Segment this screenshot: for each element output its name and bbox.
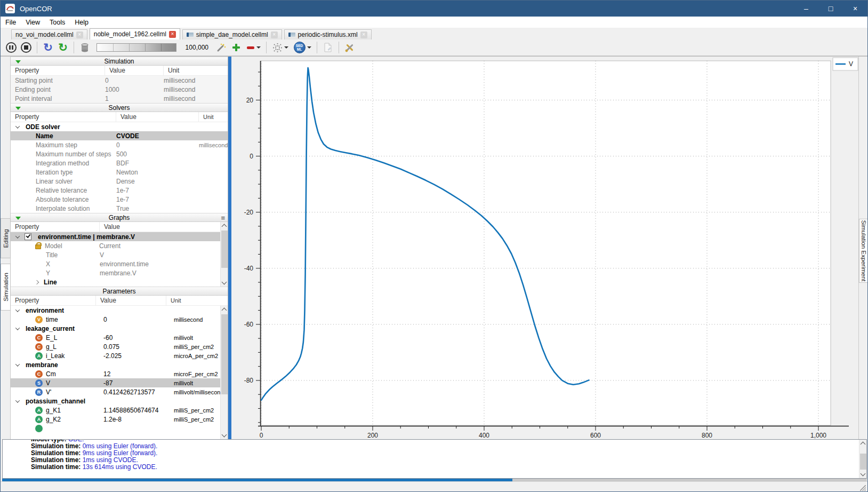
plot-svg[interactable]: 02004006008001,000-80-60-40-20020V [231, 57, 858, 440]
table-row[interactable]: Interpolate solutionTrue [11, 204, 228, 213]
mode-tab-simulation[interactable]: Simulation [1, 264, 11, 311]
table-row[interactable]: Maximum number of steps500 [11, 149, 228, 158]
column-headers: Property Value Unit [11, 66, 228, 76]
scroll-up-icon[interactable] [861, 442, 866, 447]
tab-close-icon[interactable]: × [169, 31, 176, 38]
scrollbar-thumb[interactable] [221, 314, 228, 394]
reset-model-parameters-button[interactable]: ↻ [41, 40, 55, 55]
tab-periodic-stimulus[interactable]: periodic-stimulus.xml × [284, 29, 372, 39]
parameter-row[interactable]: A g_K2 1.2e-8 milliS_per_cm2 [11, 415, 228, 424]
solvers-section-header[interactable]: Solvers [11, 103, 228, 112]
parameter-row[interactable]: C Cm 12 microF_per_cm2 [11, 369, 228, 378]
table-row[interactable]: Title V [11, 250, 228, 259]
chevron-down-icon[interactable] [15, 234, 20, 238]
table-row[interactable]: Y membrane.V [11, 268, 228, 277]
tab-noble-model-1962[interactable]: noble_model_1962.cellml × [90, 28, 180, 39]
chevron-down-icon[interactable] [15, 398, 20, 402]
table-row[interactable]: Integration methodBDF [11, 158, 228, 168]
tab-simulation-experiment[interactable]: Simulation Experiment [859, 219, 868, 283]
scroll-down-icon[interactable] [222, 432, 227, 438]
table-row[interactable]: Point interval1millisecond [11, 94, 228, 103]
table-row[interactable]: Linear solverDense [11, 177, 228, 186]
resize-grip-icon[interactable] [860, 485, 866, 491]
interaction-mode-button[interactable] [270, 40, 291, 55]
tree-group-row[interactable]: membrane [11, 360, 228, 369]
table-row[interactable]: Starting point0millisecond [11, 76, 228, 85]
mode-tab-editing[interactable]: Editing [1, 218, 11, 258]
add-graph-panel-button[interactable] [229, 40, 244, 55]
remove-graph-panel-button[interactable] [244, 40, 263, 55]
simulation-section-header[interactable]: Simulation [11, 57, 228, 66]
console-scrollbar[interactable] [859, 440, 866, 478]
delay-wheel[interactable] [97, 43, 176, 52]
minimize-icon[interactable]: – [794, 1, 818, 17]
parameter-row[interactable]: C E_L -60 millivolt [11, 333, 228, 342]
table-row[interactable]: Ending point1000millisecond [11, 85, 228, 94]
menu-tools[interactable]: Tools [45, 17, 70, 28]
console[interactable]: Model type: ODE. Simulation time: 0ms us… [2, 439, 867, 479]
chevron-down-icon[interactable] [15, 307, 20, 312]
tab-simple-dae-model[interactable]: simple_dae_model.cellml × [182, 29, 282, 39]
parameters-section-header[interactable]: Parameters [11, 287, 228, 296]
table-row[interactable]: Relative tolerance1e-7 [11, 186, 228, 195]
scrollbar-thumb[interactable] [221, 231, 228, 268]
constant-icon: C [35, 370, 43, 378]
table-row[interactable]: Absolute tolerance1e-7 [11, 195, 228, 204]
tree-group-row[interactable]: ODE solver [11, 122, 228, 131]
close-icon[interactable]: × [843, 1, 867, 17]
mode-tabstrip: Editing Simulation [1, 57, 11, 439]
delay-button[interactable] [77, 40, 92, 55]
scroll-up-icon[interactable] [222, 308, 227, 313]
graphs-section-header[interactable]: Graphs ≡ [11, 213, 228, 222]
scroll-up-icon[interactable] [222, 224, 227, 229]
chevron-down-icon[interactable] [15, 362, 20, 366]
sedml-export-button[interactable]: SEDML [291, 40, 314, 55]
parameter-row-partial[interactable] [11, 424, 228, 433]
tab-close-icon[interactable]: × [271, 31, 278, 38]
chevron-down-icon[interactable] [15, 124, 20, 128]
pause-button[interactable] [4, 40, 19, 55]
tree-group-row[interactable]: environment [11, 306, 228, 315]
algebraic-icon: A [35, 352, 43, 360]
preferences-button[interactable] [342, 40, 357, 55]
graphs-scrollbar[interactable] [220, 222, 228, 287]
tab-close-icon[interactable]: × [76, 31, 83, 38]
stop-icon [21, 42, 31, 53]
parameters-scrollbar[interactable] [220, 306, 228, 439]
chevron-right-icon[interactable] [35, 280, 39, 284]
chevron-down-icon[interactable] [15, 326, 20, 330]
table-row-selected[interactable]: NameCVODE [11, 131, 228, 140]
graph-row[interactable]: environment.time | membrane.V [11, 232, 228, 241]
simulation-data-button[interactable] [214, 40, 229, 55]
tree-group-row[interactable]: leakage_current [11, 324, 228, 333]
tab-close-icon[interactable]: × [360, 31, 367, 38]
stop-button[interactable] [19, 40, 34, 55]
maximize-icon[interactable]: □ [818, 1, 843, 17]
tree-group-row[interactable]: Line [11, 277, 228, 287]
table-row[interactable]: Iteration typeNewton [11, 168, 228, 177]
clear-simulation-results-button[interactable]: ↻ [55, 40, 70, 55]
parameter-row[interactable]: V time 0 millisecond [11, 315, 228, 324]
graph-checkbox[interactable] [25, 233, 31, 240]
parameter-row[interactable]: C g_L 0.075 milliS_per_cm2 [11, 342, 228, 351]
menu-view[interactable]: View [21, 17, 45, 28]
scrollbar-thumb[interactable] [860, 454, 866, 470]
scroll-down-icon[interactable] [222, 280, 227, 285]
tab-no-voi-model[interactable]: no_voi_model.cellml × [11, 29, 87, 39]
parameter-row[interactable]: R V' 0.4124262713577 millivolt/milliseco… [11, 387, 228, 396]
menu-file[interactable]: File [1, 17, 21, 28]
table-row[interactable]: Model Current [11, 241, 228, 250]
scroll-down-icon[interactable] [861, 471, 866, 477]
table-row[interactable]: Maximum step0millisecond [11, 140, 228, 149]
section-title: Solvers [108, 104, 130, 112]
constant-icon: C [35, 334, 43, 342]
tree-group-row[interactable]: potassium_channel [11, 396, 228, 406]
graph-panel[interactable]: 02004006008001,000-80-60-40-20020V [231, 57, 858, 439]
parameter-row[interactable]: A g_K1 1.14588650674674 milliS_per_cm2 [11, 406, 228, 415]
parameter-row-selected[interactable]: S V -87 millivolt [11, 378, 228, 387]
menu-help[interactable]: Help [70, 17, 93, 28]
parameter-row[interactable]: A i_Leak -2.025 microA_per_cm2 [11, 351, 228, 360]
chevron-down-icon [307, 46, 311, 49]
table-row[interactable]: X environment.time [11, 259, 228, 268]
graphs-menu-icon[interactable]: ≡ [221, 214, 225, 222]
